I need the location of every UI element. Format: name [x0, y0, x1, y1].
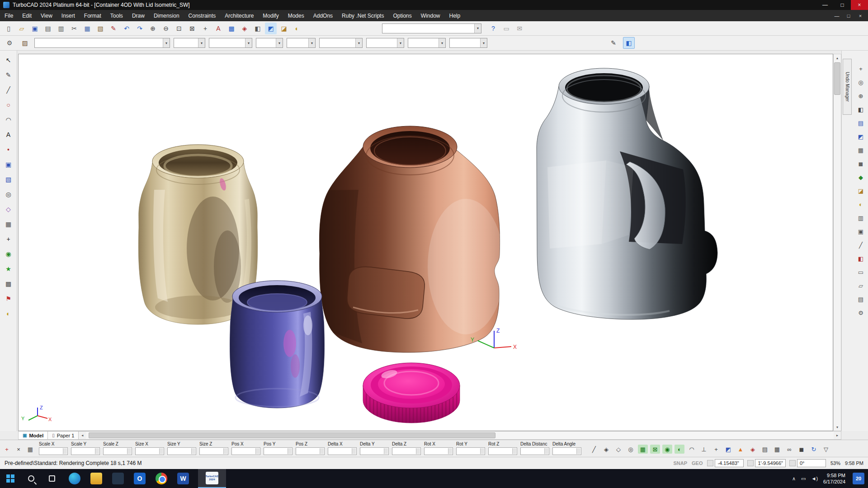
zoom-in-icon[interactable]: ⊕ [147, 23, 159, 34]
menu-item[interactable]: Edit [18, 10, 36, 21]
brown-container-object[interactable] [319, 126, 505, 352]
blocks-panel-icon[interactable]: ▣ [855, 226, 866, 237]
pen-icon[interactable]: ✎ [2, 69, 15, 81]
view-front-icon[interactable]: ▤ [855, 117, 866, 128]
render-icon[interactable]: ◩ [265, 23, 277, 34]
grid-snap-icon[interactable]: ▦ [2, 218, 15, 230]
selector-mode-icon[interactable]: + [2, 445, 12, 454]
selection-combo[interactable]: ▾ [382, 23, 481, 33]
circle-icon[interactable]: ○ [2, 99, 15, 111]
menu-item[interactable]: Draw [127, 10, 149, 21]
field-input[interactable] [520, 447, 549, 455]
field-spinner[interactable] [416, 448, 420, 454]
ortho-mode-icon[interactable]: ╱ [589, 445, 599, 454]
menu-item[interactable]: Ruby .Net Scripts [337, 10, 388, 21]
snap-magnet-icon[interactable]: ◈ [239, 23, 250, 34]
color-combo[interactable]: ▾ [319, 38, 363, 48]
acquire-icon[interactable]: ▭ [500, 23, 512, 34]
box-3d-icon[interactable]: ▧ [2, 174, 15, 185]
layer-combo[interactable]: ▾ [287, 38, 316, 48]
star-icon[interactable]: ★ [2, 263, 15, 275]
vertical-scrollbar[interactable]: ▴ ▾ [833, 54, 841, 431]
undo-manager-tab[interactable]: Undo Manager [843, 59, 852, 115]
paste-icon[interactable]: ▧ [94, 23, 106, 34]
array-icon[interactable]: ▩ [2, 278, 15, 290]
coordinate-lock-icon[interactable] [707, 460, 713, 466]
snap-toggle[interactable]: SNAP [673, 460, 687, 466]
chrome-icon[interactable] [156, 473, 167, 484]
camera-icon[interactable]: ◧ [855, 104, 866, 115]
export-icon[interactable]: ▱ [855, 280, 866, 291]
turbocad-taskbar-button[interactable]: TurboCAD 2024 [198, 469, 226, 488]
tray-network-icon[interactable]: ▭ [801, 476, 806, 482]
settings-icon[interactable]: ⚙ [855, 307, 866, 318]
snap-grid-icon[interactable]: ▦ [638, 445, 648, 454]
torus-icon[interactable]: ◎ [2, 188, 15, 200]
doc-restore-button[interactable]: □ [844, 13, 854, 19]
snap-nearest-icon[interactable]: ◉ [662, 445, 672, 454]
brush-style-combo[interactable]: ▾ [366, 38, 404, 48]
chevron-down-icon[interactable]: ▾ [439, 38, 445, 47]
field-spinner[interactable] [352, 448, 356, 454]
send-mail-icon[interactable]: ✉ [514, 23, 525, 34]
notes-icon[interactable]: ▭ [855, 267, 866, 277]
drawing-canvas[interactable]: Z X Y Z X Y [18, 54, 833, 431]
menu-item[interactable]: Options [388, 10, 416, 21]
materials-panel-icon[interactable]: ◪ [855, 185, 866, 196]
table-mode-icon[interactable]: ▤ [760, 445, 770, 454]
menu-item[interactable]: Tools [106, 10, 127, 21]
redo-icon[interactable]: ↷ [134, 23, 146, 34]
field-input[interactable] [264, 447, 292, 455]
print-3d-icon[interactable]: ▤ [855, 294, 866, 305]
minimize-button[interactable]: — [816, 0, 834, 10]
menu-item[interactable]: Constraints [184, 10, 221, 21]
snap-center-icon[interactable]: ◎ [626, 445, 636, 454]
warning-icon[interactable]: ▲ [736, 445, 745, 454]
move-icon[interactable]: + [2, 233, 15, 245]
pan-icon[interactable]: + [199, 23, 211, 34]
snap-middle-icon[interactable]: ◇ [613, 445, 623, 454]
field-spinner[interactable] [288, 448, 292, 454]
render-quality-icon[interactable]: ◆ [855, 172, 866, 183]
field-input[interactable] [424, 447, 453, 455]
menu-item[interactable]: AddOns [309, 10, 337, 21]
image-icon[interactable]: ▣ [2, 159, 15, 170]
field-spinner[interactable] [448, 448, 452, 454]
zoom-window-icon[interactable]: ⊡ [173, 23, 185, 34]
pan-view-icon[interactable]: + [855, 63, 866, 74]
point-icon[interactable]: • [2, 144, 15, 155]
select-arrow-icon[interactable]: ↖ [2, 54, 15, 66]
field-spinner[interactable] [223, 448, 227, 454]
property-set-combo[interactable]: ▾ [34, 38, 170, 48]
field-spinner[interactable] [159, 448, 163, 454]
field-input[interactable] [360, 447, 389, 455]
scroll-down-arrow[interactable]: ▾ [834, 423, 841, 431]
lights-icon[interactable]: ◐ [291, 23, 303, 34]
mode-3d-icon[interactable]: ◩ [723, 445, 733, 454]
new-icon[interactable]: ▯ [3, 23, 14, 34]
field-spinner[interactable] [255, 448, 259, 454]
coord-table-icon[interactable]: ▦ [25, 445, 35, 454]
chevron-down-icon[interactable]: ▾ [245, 38, 252, 47]
link-icon[interactable]: ∞ [784, 445, 794, 454]
chevron-down-icon[interactable]: ▾ [308, 38, 315, 47]
field-spinner[interactable] [512, 448, 516, 454]
grid-icon[interactable]: ▩ [226, 23, 237, 34]
menu-item[interactable]: Modes [283, 10, 309, 21]
shaded-icon[interactable]: ◼ [855, 158, 866, 169]
pin-icon[interactable]: ◉ [2, 248, 15, 260]
snap-quadrant-icon[interactable]: ◐ [675, 445, 684, 454]
field-spinner[interactable] [95, 448, 99, 454]
close-button[interactable]: × [851, 0, 868, 10]
format-brush-icon[interactable]: ✎ [108, 23, 119, 34]
field-input[interactable] [103, 447, 132, 455]
spell-check-icon[interactable]: A [212, 23, 224, 34]
chevron-down-icon[interactable]: ▾ [397, 38, 404, 47]
field-input[interactable] [328, 447, 357, 455]
menu-item[interactable]: Insert [57, 10, 80, 21]
tab-paper-1[interactable]: ▯ Paper 1 [48, 432, 79, 439]
orbit-icon[interactable]: ◎ [855, 77, 866, 88]
chevron-down-icon[interactable]: ▾ [198, 38, 205, 47]
field-spinner[interactable] [544, 448, 548, 454]
field-spinner[interactable] [576, 448, 580, 454]
